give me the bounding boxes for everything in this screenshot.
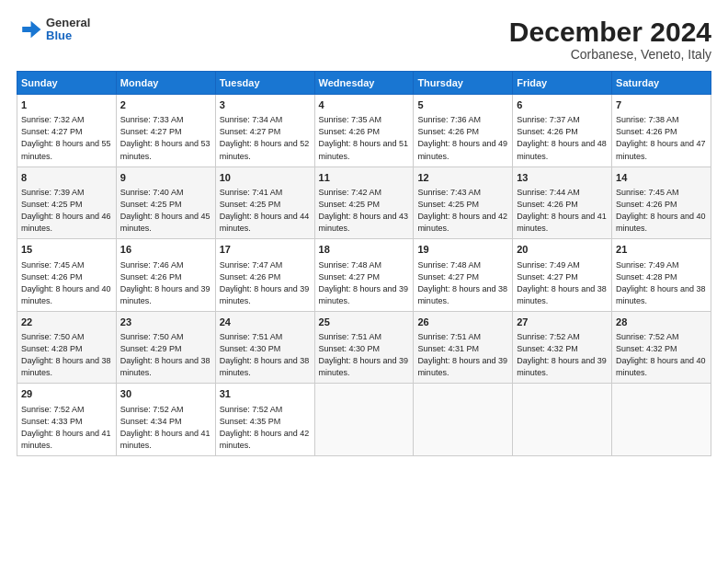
day-number: 10 [220, 171, 311, 185]
calendar-cell: 28Sunrise: 7:52 AMSunset: 4:32 PMDayligh… [612, 311, 711, 384]
calendar-cell: 6Sunrise: 7:37 AMSunset: 4:26 PMDaylight… [513, 95, 612, 167]
calendar-cell: 19Sunrise: 7:48 AMSunset: 4:27 PMDayligh… [414, 239, 513, 312]
day-number: 30 [120, 387, 211, 401]
calendar-cell [513, 384, 612, 456]
day-number: 24 [220, 316, 311, 329]
header: General Blue December 2024 Corbanese, Ve… [17, 17, 711, 62]
day-number: 1 [21, 98, 112, 112]
day-number: 3 [220, 98, 311, 112]
day-number: 31 [220, 387, 311, 401]
day-number: 22 [21, 316, 112, 329]
calendar-cell: 7Sunrise: 7:38 AMSunset: 4:26 PMDaylight… [612, 95, 711, 167]
calendar-cell: 25Sunrise: 7:51 AMSunset: 4:30 PMDayligh… [314, 311, 414, 384]
calendar-cell: 10Sunrise: 7:41 AMSunset: 4:25 PMDayligh… [215, 167, 314, 239]
day-number: 6 [517, 98, 608, 112]
calendar-cell [612, 384, 711, 456]
calendar-cell: 2Sunrise: 7:33 AMSunset: 4:27 PMDaylight… [116, 95, 215, 167]
calendar-cell: 14Sunrise: 7:45 AMSunset: 4:26 PMDayligh… [612, 167, 711, 239]
day-info: Sunrise: 7:36 AMSunset: 4:26 PMDaylight:… [417, 114, 508, 162]
day-info: Sunrise: 7:40 AMSunset: 4:25 PMDaylight:… [120, 187, 211, 235]
calendar-cell: 3Sunrise: 7:34 AMSunset: 4:27 PMDaylight… [215, 95, 314, 167]
day-number: 20 [517, 243, 608, 257]
calendar-cell: 23Sunrise: 7:50 AMSunset: 4:29 PMDayligh… [116, 311, 215, 384]
day-header-wednesday: Wednesday [314, 72, 414, 95]
day-number: 2 [120, 98, 211, 112]
calendar-cell: 29Sunrise: 7:52 AMSunset: 4:33 PMDayligh… [17, 384, 117, 456]
calendar-cell: 15Sunrise: 7:45 AMSunset: 4:26 PMDayligh… [17, 239, 117, 312]
calendar-title: December 2024 [509, 17, 711, 47]
day-number: 17 [220, 243, 311, 257]
day-info: Sunrise: 7:48 AMSunset: 4:27 PMDaylight:… [417, 259, 508, 307]
calendar-week-row: 1Sunrise: 7:32 AMSunset: 4:27 PMDaylight… [17, 95, 711, 167]
calendar-cell: 27Sunrise: 7:52 AMSunset: 4:32 PMDayligh… [513, 311, 612, 384]
day-header-monday: Monday [116, 72, 215, 95]
day-number: 18 [319, 243, 410, 257]
day-info: Sunrise: 7:45 AMSunset: 4:26 PMDaylight:… [616, 187, 707, 235]
day-number: 23 [120, 316, 211, 329]
day-number: 26 [417, 316, 508, 329]
logo: General Blue [17, 17, 90, 43]
day-info: Sunrise: 7:37 AMSunset: 4:26 PMDaylight:… [517, 114, 608, 162]
day-number: 8 [21, 171, 112, 185]
day-number: 11 [319, 171, 410, 185]
calendar-cell: 11Sunrise: 7:42 AMSunset: 4:25 PMDayligh… [314, 167, 414, 239]
calendar-cell: 18Sunrise: 7:48 AMSunset: 4:27 PMDayligh… [314, 239, 414, 312]
day-number: 7 [616, 98, 707, 112]
day-number: 5 [417, 98, 508, 112]
calendar-cell [414, 384, 513, 456]
calendar-cell [314, 384, 414, 456]
calendar-cell: 22Sunrise: 7:50 AMSunset: 4:28 PMDayligh… [17, 311, 117, 384]
day-number: 12 [417, 171, 508, 185]
day-number: 4 [319, 98, 410, 112]
day-info: Sunrise: 7:35 AMSunset: 4:26 PMDaylight:… [319, 114, 410, 162]
calendar-cell: 31Sunrise: 7:52 AMSunset: 4:35 PMDayligh… [215, 384, 314, 456]
calendar-cell: 30Sunrise: 7:52 AMSunset: 4:34 PMDayligh… [116, 384, 215, 456]
logo-icon [17, 17, 42, 42]
day-info: Sunrise: 7:52 AMSunset: 4:32 PMDaylight:… [616, 331, 707, 379]
day-number: 9 [120, 171, 211, 185]
calendar-cell: 17Sunrise: 7:47 AMSunset: 4:26 PMDayligh… [215, 239, 314, 312]
day-info: Sunrise: 7:39 AMSunset: 4:25 PMDaylight:… [21, 187, 112, 235]
page: General Blue December 2024 Corbanese, Ve… [0, 0, 728, 563]
day-number: 15 [21, 243, 112, 257]
day-number: 19 [417, 243, 508, 257]
calendar-cell: 4Sunrise: 7:35 AMSunset: 4:26 PMDaylight… [314, 95, 414, 167]
day-info: Sunrise: 7:52 AMSunset: 4:35 PMDaylight:… [220, 404, 311, 452]
day-header-saturday: Saturday [612, 72, 711, 95]
calendar-cell: 1Sunrise: 7:32 AMSunset: 4:27 PMDaylight… [17, 95, 117, 167]
calendar-cell: 8Sunrise: 7:39 AMSunset: 4:25 PMDaylight… [17, 167, 117, 239]
calendar-cell: 21Sunrise: 7:49 AMSunset: 4:28 PMDayligh… [612, 239, 711, 312]
calendar-cell: 13Sunrise: 7:44 AMSunset: 4:26 PMDayligh… [513, 167, 612, 239]
day-info: Sunrise: 7:47 AMSunset: 4:26 PMDaylight:… [220, 259, 311, 307]
day-info: Sunrise: 7:52 AMSunset: 4:32 PMDaylight:… [517, 331, 608, 379]
day-header-tuesday: Tuesday [215, 72, 314, 95]
day-number: 13 [517, 171, 608, 185]
calendar-week-row: 8Sunrise: 7:39 AMSunset: 4:25 PMDaylight… [17, 167, 711, 239]
calendar-header-row: SundayMondayTuesdayWednesdayThursdayFrid… [17, 72, 711, 95]
title-block: December 2024 Corbanese, Veneto, Italy [509, 17, 711, 62]
day-number: 25 [319, 316, 410, 329]
day-info: Sunrise: 7:50 AMSunset: 4:28 PMDaylight:… [21, 331, 112, 379]
logo-line1: General [46, 17, 90, 29]
logo-line2: Blue [46, 29, 90, 42]
day-info: Sunrise: 7:41 AMSunset: 4:25 PMDaylight:… [220, 187, 311, 235]
day-number: 27 [517, 316, 608, 329]
day-header-sunday: Sunday [17, 72, 117, 95]
day-number: 28 [616, 316, 707, 329]
day-info: Sunrise: 7:48 AMSunset: 4:27 PMDaylight:… [319, 259, 410, 307]
day-info: Sunrise: 7:38 AMSunset: 4:26 PMDaylight:… [616, 114, 707, 162]
day-number: 16 [120, 243, 211, 257]
calendar-cell: 24Sunrise: 7:51 AMSunset: 4:30 PMDayligh… [215, 311, 314, 384]
day-info: Sunrise: 7:43 AMSunset: 4:25 PMDaylight:… [417, 187, 508, 235]
calendar-cell: 26Sunrise: 7:51 AMSunset: 4:31 PMDayligh… [414, 311, 513, 384]
day-info: Sunrise: 7:52 AMSunset: 4:34 PMDaylight:… [120, 404, 211, 452]
day-info: Sunrise: 7:32 AMSunset: 4:27 PMDaylight:… [21, 114, 112, 162]
day-info: Sunrise: 7:51 AMSunset: 4:31 PMDaylight:… [417, 331, 508, 379]
calendar-cell: 12Sunrise: 7:43 AMSunset: 4:25 PMDayligh… [414, 167, 513, 239]
day-number: 14 [616, 171, 707, 185]
day-info: Sunrise: 7:42 AMSunset: 4:25 PMDaylight:… [319, 187, 410, 235]
calendar-week-row: 29Sunrise: 7:52 AMSunset: 4:33 PMDayligh… [17, 384, 711, 456]
day-header-thursday: Thursday [414, 72, 513, 95]
day-info: Sunrise: 7:46 AMSunset: 4:26 PMDaylight:… [120, 259, 211, 307]
day-info: Sunrise: 7:51 AMSunset: 4:30 PMDaylight:… [319, 331, 410, 379]
